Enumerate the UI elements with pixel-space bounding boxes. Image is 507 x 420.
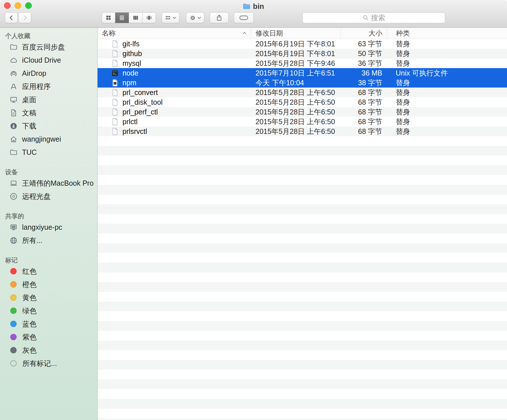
file-name-text: node (122, 69, 138, 77)
file-kind: 替身 (387, 98, 507, 107)
column-header-label: 名称 (102, 29, 116, 38)
document-icon (111, 50, 119, 58)
document-icon (111, 108, 119, 116)
file-row-prlctl[interactable]: prlctl 2015年5月28日 上午6:50 68 字节 替身 (98, 117, 507, 126)
sidebar-tag-yellow[interactable]: 黄色 (0, 291, 97, 304)
list-view-button[interactable] (115, 13, 128, 23)
sidebar-tag-orange[interactable]: 橙色 (0, 278, 97, 291)
file-name: mysql (98, 59, 251, 68)
search-input[interactable]: 搜索 (302, 12, 445, 23)
icon-view-button[interactable] (102, 13, 115, 23)
coverflow-icon (146, 15, 152, 21)
file-row-node[interactable]: node 2015年7月10日 上午6:51 36 MB Unix 可执行文件 (98, 68, 507, 78)
blue-tag-icon (10, 321, 17, 327)
column-header-name[interactable]: 名称 (98, 28, 251, 39)
sidebar-section-favorites: 个人收藏 百度云同步盘 iCloud Drive AirDrop 应用程序 桌面 (0, 32, 97, 159)
tag-label: 所有标记... (22, 359, 57, 368)
sidebar-item-airdrop[interactable]: AirDrop (0, 67, 97, 80)
search-placeholder: 搜索 (371, 13, 385, 23)
executable-icon (111, 69, 119, 77)
file-date: 2015年5月28日 上午6:50 (251, 107, 340, 117)
sidebar-item-icloud-drive[interactable]: iCloud Drive (0, 54, 97, 67)
grid-icon (105, 15, 112, 21)
documents-icon (10, 109, 17, 117)
file-date: 2015年5月28日 上午6:50 (251, 98, 340, 107)
forward-button[interactable] (18, 12, 31, 23)
sidebar-tag-purple[interactable]: 紫色 (0, 330, 97, 344)
sidebar-item-label: 王靖伟的MacBook Pro (22, 179, 94, 188)
file-row-mysql[interactable]: mysql 2015年5月28日 下午9:46 36 字节 替身 (98, 58, 507, 68)
sidebar-item-label: 远程光盘 (22, 192, 51, 201)
folder-icon (10, 43, 17, 51)
sidebar-item-langxiyue-pc[interactable]: langxiyue-pc (0, 221, 97, 234)
file-size: 50 字节 (340, 49, 387, 58)
file-name-text: prl_disk_tool (122, 98, 163, 106)
file-size: 68 字节 (340, 107, 387, 117)
sidebar-tag-red[interactable]: 红色 (0, 265, 97, 278)
sidebar-tag-all[interactable]: 所有标记... (0, 357, 97, 370)
file-row-npm[interactable]: npm 今天 下午10:04 38 字节 替身 (98, 78, 507, 88)
column-header-label: 修改日期 (256, 29, 283, 38)
file-name-text: prl_convert (122, 88, 158, 97)
file-date: 2015年6月19日 下午8:01 (251, 39, 340, 49)
file-row-prl-disk-tool[interactable]: prl_disk_tool 2015年5月28日 上午6:50 68 字节 替身 (98, 97, 507, 107)
file-row-git-lfs[interactable]: git-lfs 2015年6月19日 下午8:01 63 字节 替身 (98, 39, 507, 49)
file-date: 2015年7月10日 上午6:51 (251, 68, 340, 78)
arrange-button[interactable] (162, 12, 179, 23)
sidebar-item-baiduyun[interactable]: 百度云同步盘 (0, 40, 97, 54)
column-header-size[interactable]: 大小 (340, 28, 387, 39)
downloads-icon (10, 122, 17, 130)
file-kind: Unix 可执行文件 (387, 68, 507, 78)
file-kind: 替身 (387, 117, 507, 126)
titlebar: bin (0, 0, 507, 28)
groupby-icon (165, 15, 171, 21)
sidebar-item-label: langxiyue-pc (22, 223, 62, 231)
sidebar-item-downloads[interactable]: 下载 (0, 119, 97, 132)
sidebar-item-desktop[interactable]: 桌面 (0, 93, 97, 106)
file-kind: 替身 (387, 107, 507, 117)
sidebar-tag-gray[interactable]: 灰色 (0, 344, 97, 357)
sidebar-section-shared: 共享的 langxiyue-pc 所有... (0, 212, 97, 247)
edit-tags-button[interactable] (234, 12, 254, 23)
file-name-text: prlctl (122, 118, 138, 126)
sidebar-item-macbook-pro[interactable]: 王靖伟的MacBook Pro (0, 177, 97, 190)
sidebar-item-label: 桌面 (22, 95, 36, 104)
sidebar-tag-green[interactable]: 绿色 (0, 304, 97, 317)
sidebar-tag-blue[interactable]: 蓝色 (0, 317, 97, 330)
window-title-text: bin (253, 2, 264, 11)
sidebar-item-tuc[interactable]: TUC (0, 146, 97, 159)
globe-icon (10, 237, 17, 244)
file-list: 名称 修改日期 大小 种类 git-lfs 2015年6月19日 下午8:01 … (98, 28, 507, 420)
sidebar-item-all-shared[interactable]: 所有... (0, 234, 97, 247)
sidebar-item-label: 下载 (22, 121, 36, 131)
sidebar-item-label: AirDrop (22, 69, 46, 78)
file-size: 36 MB (340, 69, 387, 77)
file-name-text: npm (122, 79, 136, 87)
column-header-kind[interactable]: 种类 (387, 28, 507, 39)
action-button[interactable] (186, 12, 204, 23)
sidebar-item-applications[interactable]: 应用程序 (0, 80, 97, 93)
sidebar-item-documents[interactable]: 文稿 (0, 106, 97, 119)
file-size: 68 字节 (340, 98, 387, 107)
file-row-prl-perf-ctl[interactable]: prl_perf_ctl 2015年5月28日 上午6:50 68 字节 替身 (98, 107, 507, 117)
document-icon (111, 60, 119, 67)
sidebar-item-label: iCloud Drive (22, 56, 61, 64)
file-kind: 替身 (387, 39, 507, 49)
tag-label: 红色 (22, 267, 37, 276)
file-row-prlsrvctl[interactable]: prlsrvctl 2015年5月28日 上午6:50 68 字节 替身 (98, 126, 507, 136)
column-header-date[interactable]: 修改日期 (251, 28, 340, 39)
file-name: npm (98, 79, 251, 87)
file-row-prl-convert[interactable]: prl_convert 2015年5月28日 上午6:50 68 字节 替身 (98, 88, 507, 97)
sidebar-item-home[interactable]: wangjingwei (0, 132, 97, 146)
coverflow-view-button[interactable] (142, 13, 156, 23)
file-size: 68 字节 (340, 88, 387, 97)
tag-label: 紫色 (22, 332, 37, 342)
file-row-github[interactable]: github 2015年6月19日 下午8:01 50 字节 替身 (98, 49, 507, 58)
sidebar-section-tags: 标记 红色 橙色 黄色 绿色 蓝色 紫色 (0, 256, 97, 370)
column-view-button[interactable] (129, 13, 142, 23)
file-size: 68 字节 (340, 127, 387, 136)
back-button[interactable] (5, 12, 18, 23)
share-button[interactable] (210, 12, 229, 23)
sidebar-item-remote-disc[interactable]: 远程光盘 (0, 190, 97, 203)
share-icon (216, 14, 223, 21)
